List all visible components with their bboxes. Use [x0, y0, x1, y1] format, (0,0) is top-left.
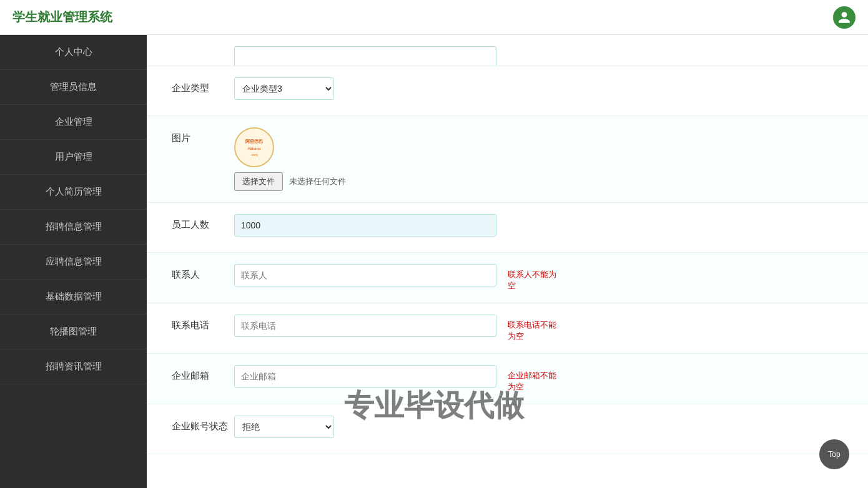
- main-content: 企业类型 企业类型1 企业类型2 企业类型3 企业类型4 图片: [147, 35, 868, 488]
- sidebar-item-news-management[interactable]: 招聘资讯管理: [0, 349, 147, 384]
- file-input-row: 选择文件 未选择任何文件: [234, 172, 346, 191]
- image-label: 图片: [172, 127, 234, 144]
- email-validation: 企业邮箱不能为空: [508, 365, 556, 393]
- person-icon: [837, 11, 851, 24]
- phone-label: 联系电话: [172, 315, 234, 331]
- form-row-partial-top: [147, 35, 868, 66]
- sidebar-item-personal-center[interactable]: 个人中心: [0, 35, 147, 70]
- sidebar-item-admin-info[interactable]: 管理员信息: [0, 70, 147, 105]
- phone-validation: 联系电话不能为空: [508, 315, 556, 342]
- form-row-employee-count: 员工人数: [147, 203, 868, 253]
- layout: 个人中心 管理员信息 企业管理 用户管理 个人简历管理 招聘信息管理 应聘信息管…: [0, 35, 868, 488]
- sidebar: 个人中心 管理员信息 企业管理 用户管理 个人简历管理 招聘信息管理 应聘信息管…: [0, 35, 147, 488]
- form-row-image: 图片 阿里巴巴 Alibaba .com 选择文件 未选择任何: [147, 116, 868, 203]
- user-avatar[interactable]: [833, 6, 856, 29]
- file-area: 阿里巴巴 Alibaba .com 选择文件 未选择任何文件: [234, 127, 346, 191]
- svg-text:Alibaba: Alibaba: [248, 146, 261, 150]
- employee-count-label: 员工人数: [172, 214, 234, 231]
- choose-file-button[interactable]: 选择文件: [234, 172, 283, 191]
- form-row-account-status: 企业账号状态 待审核 通过 拒绝: [147, 404, 868, 454]
- sidebar-item-user-management[interactable]: 用户管理: [0, 140, 147, 175]
- email-label: 企业邮箱: [172, 365, 234, 382]
- svg-text:阿里巴巴: 阿里巴巴: [245, 139, 263, 144]
- company-logo: 阿里巴巴 Alibaba .com: [234, 127, 274, 167]
- enterprise-type-label: 企业类型: [172, 77, 234, 94]
- sidebar-item-resume-management[interactable]: 个人简历管理: [0, 175, 147, 210]
- form-row-contact: 联系人 联系人不能为空: [147, 253, 868, 303]
- contact-input[interactable]: [234, 264, 496, 286]
- form-row-enterprise-type: 企业类型 企业类型1 企业类型2 企业类型3 企业类型4: [147, 66, 868, 116]
- top-button[interactable]: Top: [819, 439, 849, 469]
- enterprise-type-select[interactable]: 企业类型1 企业类型2 企业类型3 企业类型4: [234, 77, 334, 100]
- form-row-phone: 联系电话 联系电话不能为空: [147, 303, 868, 354]
- email-input[interactable]: [234, 365, 496, 388]
- sidebar-item-carousel-management[interactable]: 轮播图管理: [0, 315, 147, 349]
- contact-label: 联系人: [172, 264, 234, 281]
- partial-top-input[interactable]: [234, 46, 496, 66]
- alibaba-logo-svg: 阿里巴巴 Alibaba .com: [239, 132, 270, 163]
- sidebar-item-recruit-management[interactable]: 招聘信息管理: [0, 210, 147, 245]
- svg-text:.com: .com: [250, 153, 258, 157]
- account-status-select[interactable]: 待审核 通过 拒绝: [234, 416, 334, 438]
- file-name-text: 未选择任何文件: [289, 176, 346, 187]
- sidebar-item-enterprise-management[interactable]: 企业管理: [0, 105, 147, 140]
- employee-count-input[interactable]: [234, 214, 496, 237]
- sidebar-item-apply-management[interactable]: 应聘信息管理: [0, 245, 147, 280]
- app-title: 学生就业管理系统: [12, 9, 112, 26]
- phone-input[interactable]: [234, 315, 496, 337]
- form-row-email: 企业邮箱 企业邮箱不能为空: [147, 354, 868, 404]
- sidebar-item-base-data-management[interactable]: 基础数据管理: [0, 280, 147, 315]
- contact-validation: 联系人不能为空: [508, 264, 556, 291]
- account-status-label: 企业账号状态: [172, 416, 234, 432]
- header: 学生就业管理系统: [0, 0, 868, 35]
